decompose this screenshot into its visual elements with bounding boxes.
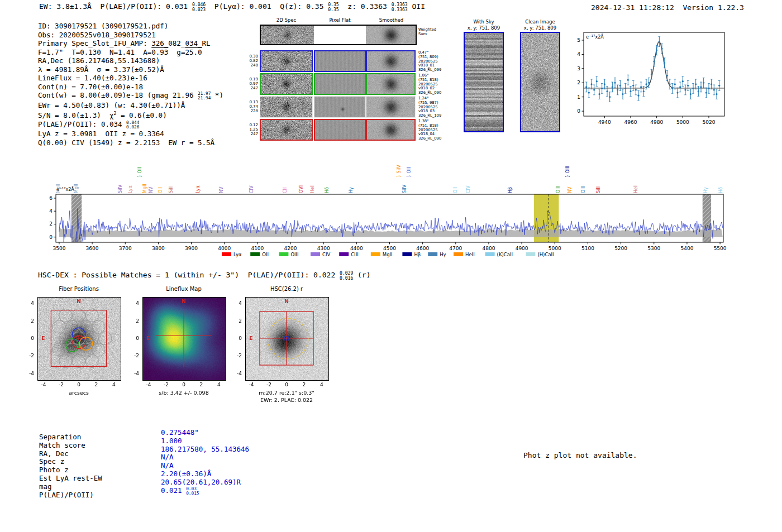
cutout-row-label: 1.06"(751, 818)20200525v018_02326_RL_090 — [418, 74, 441, 95]
data-point — [718, 85, 720, 87]
data-point — [648, 82, 650, 84]
match-row-label: P(LAE)/P(OII) — [39, 491, 94, 499]
data-point — [656, 49, 657, 51]
legend-swatch — [371, 252, 380, 256]
cutout-pixelflat-row4-canvas — [315, 120, 365, 140]
x-tick-label: 5020 — [703, 119, 716, 125]
emission-line-label: SiIV — [402, 184, 407, 193]
east-label: E — [249, 336, 252, 341]
y-tick-label: 3 — [577, 66, 580, 71]
tick-label: 0 — [73, 382, 85, 387]
stacked-uncertainty: 0.350.35 — [328, 3, 338, 12]
fiber-circle — [99, 332, 112, 344]
north-label: N — [77, 299, 81, 304]
cutout-2dspec-row3-canvas — [260, 97, 312, 117]
cutout-smoothed-row4 — [366, 119, 416, 141]
data-point — [622, 93, 623, 95]
cutout-smoothed-row1 — [366, 50, 416, 72]
info-line: LyA z = 3.0981 OII z = 0.3364 — [38, 130, 223, 138]
legend-swatch — [402, 252, 412, 256]
legend-swatch — [428, 252, 437, 256]
data-point — [588, 92, 590, 93]
data-point — [708, 88, 709, 89]
cutout-smoothed-row2-canvas — [367, 74, 414, 94]
data-point — [664, 62, 665, 64]
data-point — [619, 85, 621, 87]
emission-line-label: MgII — [56, 184, 61, 193]
match-row-label: Match score — [39, 441, 85, 449]
y-tick-label: 2 — [577, 80, 580, 85]
data-point — [593, 89, 595, 90]
detection-info-block: ID: 3090179521 (3090179521.pdf)Obs: 2020… — [38, 22, 223, 147]
emission-line-label: OIII — [581, 186, 586, 193]
info-line: LineFlux = 1.40(±0.23)e-16 — [38, 74, 223, 83]
x-tick-label: 4100 — [251, 246, 264, 251]
data-point — [666, 75, 668, 76]
data-point — [653, 61, 655, 63]
tick-label: 4 — [316, 382, 328, 387]
stacked-uncertainty: 21.9721.94 — [198, 92, 211, 100]
legend-label: Hβ — [414, 252, 421, 257]
match-row-value: N/A — [161, 461, 174, 469]
legend-label: Lyα — [233, 252, 242, 257]
legend-swatch — [250, 252, 260, 256]
line-fit-chart: 49404960498050005020012345e−17x2Å — [561, 26, 735, 135]
data-point — [676, 92, 678, 93]
emission-line-label: Hδ — [718, 187, 723, 193]
emission-line-label: NV — [568, 186, 573, 193]
match-row-label: Spec z — [39, 457, 64, 466]
flux-units-annotation: e−17x2Å — [586, 33, 604, 40]
legend-label: MgII — [383, 252, 393, 257]
map-title-fiber: Fiber Positions — [26, 286, 131, 292]
emission-line-label: OVI — [299, 185, 304, 193]
cutout-row-stats: 0.130.74228 — [244, 100, 258, 113]
tick-label: 4 — [22, 300, 34, 306]
x-tick-label: 4600 — [416, 246, 429, 251]
emission-line-label: MgII — [142, 184, 147, 193]
fiber-circle — [59, 354, 72, 367]
x-tick-label: 3900 — [185, 246, 198, 251]
weighted-sum-row — [260, 25, 417, 45]
data-point — [640, 86, 642, 88]
x-tick-label: 5400 — [680, 246, 693, 251]
photz-note: Phot z plot not available. — [523, 451, 637, 459]
y-tick-label: 1 — [577, 94, 580, 100]
report-meta: 2024-12-31 11:28:12 Version 1.22.3 — [591, 3, 744, 12]
data-point — [700, 86, 702, 88]
timestamp: 2024-12-31 11:28:12 — [591, 3, 674, 12]
fiber-circle-colored — [79, 337, 92, 350]
data-point — [624, 88, 626, 89]
tick-label: 0 — [178, 382, 190, 387]
emission-line-label: Lyα — [128, 185, 133, 193]
match-row-label: Separation — [39, 433, 81, 441]
tick-label: -4 — [22, 371, 34, 376]
emission-line-label: Hγ — [349, 187, 354, 193]
cutout-row-label: 1.24"(755, 987)20200525v018_03326_RL_109 — [418, 97, 441, 118]
emission-line-label: HeII — [310, 184, 315, 193]
stacked-uncertainty: 0.33630.3363 — [392, 3, 408, 12]
data-point — [684, 89, 686, 90]
summary-header: EW: 3.8±1.3Å P(LAE)/P(OII): 0.031 0.0460… — [39, 2, 425, 12]
tick-label: 2 — [22, 318, 34, 324]
x-tick-label: 3600 — [86, 246, 99, 251]
x-tick-label: 4500 — [383, 246, 396, 251]
x-tick-label: 5000 — [549, 246, 561, 251]
emission-line-label: Hβ — [508, 187, 513, 193]
fiber-circle — [72, 309, 85, 322]
data-point — [598, 93, 600, 95]
data-point — [679, 86, 681, 88]
lineflux-overlay: NE — [142, 297, 225, 380]
cutout-pixelflat-row3 — [314, 96, 366, 118]
fiber-circle — [72, 354, 85, 367]
data-point — [661, 48, 662, 50]
data-point — [695, 83, 697, 85]
north-label: N — [284, 299, 289, 304]
data-point — [698, 90, 699, 92]
north-label: N — [182, 299, 186, 304]
data-point — [617, 89, 618, 90]
legend-label: CIV — [322, 252, 330, 257]
tick-label: 0 — [280, 382, 293, 387]
tick-label: -2 — [55, 382, 68, 387]
x-tick-label: 4700 — [449, 246, 462, 251]
tick-label: -4 — [142, 382, 155, 387]
